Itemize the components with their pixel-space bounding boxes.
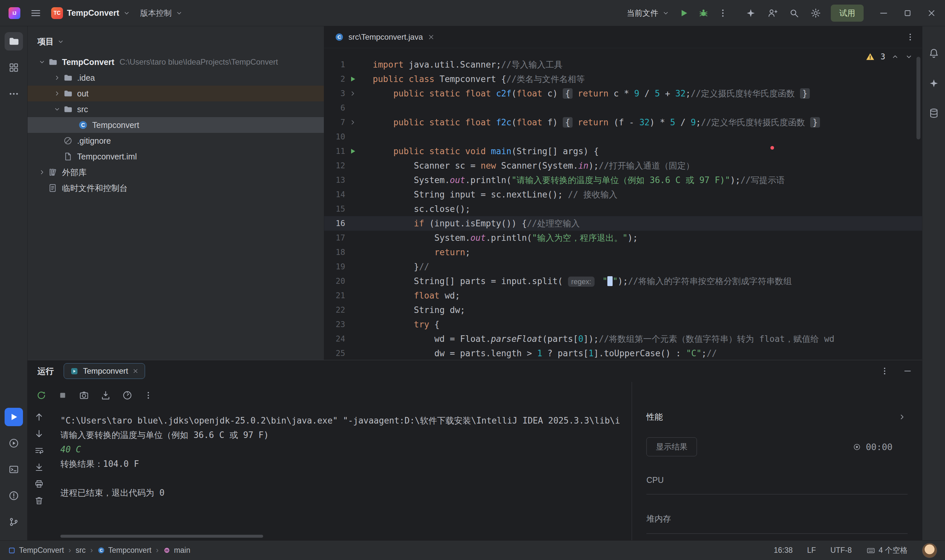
code-line-20[interactable]: 20 String[] parts = input.split( regex: … <box>324 274 922 288</box>
code-line-19[interactable]: 19 }// <box>324 260 922 274</box>
code-line-24[interactable]: 24 wd = Float.parseFloat(parts[0]);//将数组… <box>324 332 922 346</box>
tree-item-tempconvert[interactable]: Tempconvert <box>28 117 324 133</box>
prev-warning-chevron-up-icon[interactable] <box>891 53 899 61</box>
code-line-18[interactable]: 18 return; <box>324 245 922 260</box>
more-toolwindows-button[interactable] <box>5 85 23 103</box>
inspections-widget[interactable]: 3 <box>866 52 913 62</box>
run-button[interactable] <box>679 8 689 18</box>
project-toolwindow-button[interactable] <box>5 32 23 51</box>
console-output[interactable]: "C:\Users\taro blue\.jdks\openjdk-25.0.2… <box>51 409 632 540</box>
code-line-1[interactable]: 1import java.util.Scanner;//导入输入工具 <box>324 57 922 72</box>
tree-item-外部库[interactable]: 外部库 <box>28 165 324 180</box>
main-menu-button[interactable] <box>30 8 42 19</box>
editor-tab[interactable]: src\Tempconvert.java <box>331 26 438 48</box>
code-line-2[interactable]: 2public class Tempconvert {//类名与文件名相等 <box>324 72 922 86</box>
notifications-button[interactable] <box>928 48 939 59</box>
user-avatar[interactable] <box>922 543 937 558</box>
run-toolwindow-button[interactable] <box>5 408 23 426</box>
code-line-22[interactable]: 22 String dw; <box>324 303 922 317</box>
indent-widget[interactable]: 4 个空格 <box>866 545 908 555</box>
code-line-14[interactable]: 14 String input = sc.nextLine(); // 接收输入 <box>324 187 922 202</box>
code-line-10[interactable]: 10 <box>324 129 922 144</box>
search-everywhere-button[interactable] <box>789 8 799 18</box>
next-warning-chevron-down-icon[interactable] <box>905 53 913 61</box>
chevron-right-icon[interactable] <box>51 90 63 97</box>
breadcrumb-project[interactable]: TempConvert <box>8 546 64 555</box>
more-run-options-button[interactable] <box>718 8 728 18</box>
soft-wrap-button[interactable] <box>34 446 44 455</box>
breadcrumb-class[interactable]: Tempconvert <box>97 546 152 555</box>
run-tab[interactable]: Tempconvert <box>64 363 145 379</box>
tree-item--gitignore[interactable]: .gitignore <box>28 133 324 149</box>
tree-item-tempconvert[interactable]: TempConvertC:\Users\taro blue\IdeaProjec… <box>28 54 324 70</box>
scroll-down-button[interactable] <box>34 429 44 438</box>
code-line-13[interactable]: 13 System.out.println("请输入要转换的温度与单位（例如 3… <box>324 173 922 187</box>
ai-assistant-button[interactable] <box>745 8 756 18</box>
chevron-right-icon[interactable] <box>36 169 48 176</box>
code-area[interactable]: 1import java.util.Scanner;//导入输入工具2publi… <box>324 48 922 360</box>
line-separator-widget[interactable]: LF <box>807 546 816 555</box>
run-gutter-icon[interactable] <box>345 144 360 158</box>
tree-item-临时文件和控制台[interactable]: 临时文件和控制台 <box>28 180 324 196</box>
ai-toolwindow-button[interactable] <box>929 78 939 89</box>
code-with-me-button[interactable] <box>767 8 778 18</box>
code-line-25[interactable]: 25 dw = parts.length > 1 ? parts[1].toUp… <box>324 346 922 360</box>
database-toolwindow-button[interactable] <box>928 108 939 119</box>
breadcrumb-method[interactable]: main <box>163 546 190 555</box>
console-horizontal-scrollbar[interactable] <box>60 535 263 538</box>
snapshot-button[interactable] <box>79 390 89 400</box>
tab-close-icon[interactable] <box>428 34 435 41</box>
vcs-widget[interactable]: 版本控制 <box>140 8 183 18</box>
profiler-button[interactable] <box>122 390 132 400</box>
run-config-selector[interactable]: 当前文件 <box>627 8 670 18</box>
show-results-button[interactable]: 显示结果 <box>646 437 697 456</box>
fold-gutter-icon[interactable] <box>345 86 360 101</box>
clear-console-button[interactable] <box>34 496 44 506</box>
code-line-11[interactable]: 11 public static void main(String[] args… <box>324 144 922 158</box>
scroll-to-end-button[interactable] <box>34 462 44 472</box>
settings-button[interactable] <box>811 8 821 18</box>
code-line-16[interactable]: 16 if (input.isEmpty()) {//处理空输入 <box>324 216 922 231</box>
terminal-toolwindow-button[interactable] <box>5 460 23 478</box>
rerun-button[interactable] <box>36 390 46 400</box>
breadcrumb-src[interactable]: src <box>75 546 86 555</box>
console-options-button[interactable] <box>144 391 153 400</box>
run-panel-options-button[interactable] <box>880 366 889 375</box>
project-widget[interactable]: TC TempConvert <box>51 7 130 19</box>
tree-item-tempconvert-iml[interactable]: Tempconvert.iml <box>28 149 324 165</box>
run-gutter-icon[interactable] <box>345 72 360 86</box>
editor-options-button[interactable] <box>906 32 915 42</box>
code-line-17[interactable]: 17 System.out.println("输入为空，程序退出。"); <box>324 231 922 245</box>
code-line-6[interactable]: 6 <box>324 101 922 115</box>
code-line-7[interactable]: 7 public static float f2c(float f) { ret… <box>324 115 922 129</box>
chevron-down-icon[interactable] <box>51 106 63 113</box>
code-line-15[interactable]: 15 sc.close(); <box>324 202 922 216</box>
code-line-21[interactable]: 21 float wd; <box>324 288 922 303</box>
tree-item-src[interactable]: src <box>28 102 324 117</box>
run-panel-title[interactable]: 运行 <box>37 366 54 377</box>
code-line-3[interactable]: 3 public static float c2f(float c) { ret… <box>324 86 922 101</box>
minimize-window-button[interactable] <box>879 8 888 18</box>
project-panel-header[interactable]: 项目 <box>28 26 324 53</box>
git-toolwindow-button[interactable] <box>5 513 23 531</box>
encoding-widget[interactable]: UTF-8 <box>831 546 852 555</box>
import-results-button[interactable] <box>100 390 111 400</box>
print-button[interactable] <box>34 479 44 489</box>
chevron-right-icon[interactable] <box>898 413 906 421</box>
hide-run-panel-button[interactable] <box>903 366 912 375</box>
code-line-12[interactable]: 12 Scanner sc = new Scanner(System.in);/… <box>324 158 922 173</box>
editor-vertical-scrollbar[interactable] <box>916 57 920 139</box>
services-toolwindow-button[interactable] <box>5 434 23 452</box>
code-line-23[interactable]: 23 try { <box>324 317 922 332</box>
close-window-button[interactable] <box>927 8 936 18</box>
stop-button[interactable] <box>58 391 68 400</box>
caret-position-widget[interactable]: 16:38 <box>774 546 793 555</box>
idea-logo[interactable]: IJ <box>9 7 20 19</box>
tree-item-out[interactable]: out <box>28 86 324 102</box>
tab-close-icon[interactable] <box>132 368 139 374</box>
tree-item--idea[interactable]: .idea <box>28 70 324 86</box>
problems-toolwindow-button[interactable] <box>5 486 23 505</box>
chevron-right-icon[interactable] <box>51 74 63 82</box>
maximize-window-button[interactable] <box>903 9 912 18</box>
fold-gutter-icon[interactable] <box>345 115 360 129</box>
